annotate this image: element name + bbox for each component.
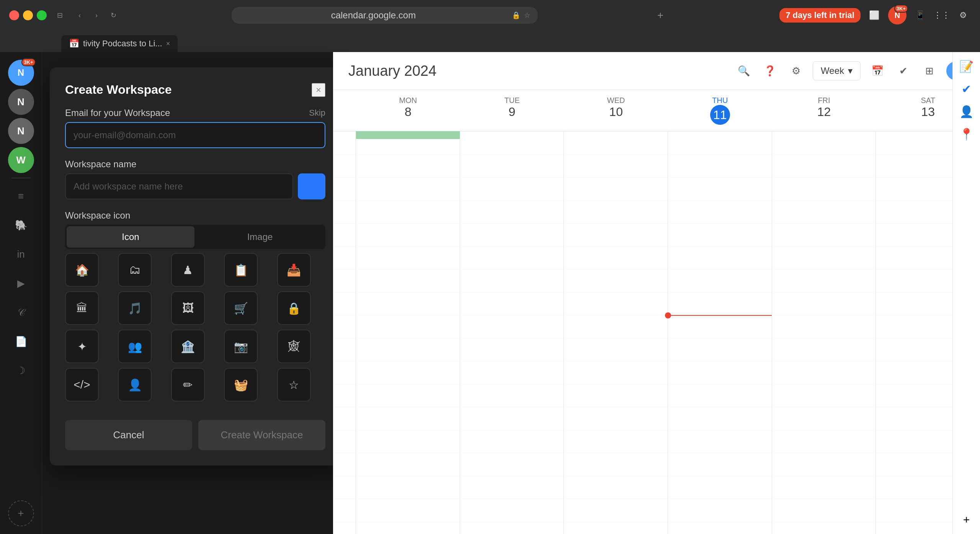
icon-music[interactable]: 🎵 bbox=[118, 291, 152, 325]
view-selector[interactable]: Week ▾ bbox=[813, 61, 861, 80]
icon-bank[interactable]: 🏦 bbox=[171, 330, 205, 363]
address-bar[interactable]: calendar.google.com 🔒 ☆ bbox=[232, 7, 538, 24]
day-num-9: 9 bbox=[463, 105, 561, 119]
sidebar-toggle-icon[interactable]: ⊟ bbox=[53, 8, 67, 22]
sidebar-app-w[interactable]: W bbox=[8, 147, 34, 173]
cal-col-tue bbox=[460, 131, 564, 534]
sidebar-menu-icon[interactable]: ≡ bbox=[8, 183, 34, 209]
chevron-down-icon: ▾ bbox=[848, 65, 853, 76]
tasks-icon[interactable]: ✔ bbox=[962, 82, 971, 96]
icon-people[interactable]: 👥 bbox=[118, 330, 152, 363]
day-num-12: 12 bbox=[775, 105, 873, 119]
icon-inbox[interactable]: 📥 bbox=[277, 253, 311, 287]
reload-button[interactable]: ↻ bbox=[106, 8, 120, 22]
day-name-fri: FRI bbox=[818, 96, 830, 105]
cast-icon[interactable]: 📱 bbox=[913, 8, 928, 23]
star-icon[interactable]: ☆ bbox=[524, 11, 530, 20]
create-workspace-button[interactable]: Create Workspace bbox=[198, 420, 325, 450]
modal-header: Create Workspace × bbox=[65, 83, 325, 97]
modal-footer: Cancel Create Workspace bbox=[65, 412, 325, 450]
icon-lock[interactable]: 🔒 bbox=[277, 291, 311, 325]
calendar-header: January 2024 🔍 ❓ ⚙ Week ▾ 📅 ✔ ⊞ N bbox=[333, 52, 980, 90]
calendar-view-icon[interactable]: 📅 bbox=[868, 62, 887, 80]
workspace-color-button[interactable] bbox=[298, 173, 325, 199]
icon-tab-icon[interactable]: Icon bbox=[67, 226, 194, 248]
day-header-thu: THU 11 bbox=[668, 90, 772, 131]
day-name-sat: SAT bbox=[921, 96, 935, 105]
maps-icon[interactable]: 📍 bbox=[959, 127, 973, 141]
sidebar-cursive-icon[interactable]: 𝒞 bbox=[8, 299, 34, 325]
extensions-icon[interactable]: ⬜ bbox=[867, 8, 882, 23]
search-button[interactable]: 🔍 bbox=[735, 62, 753, 80]
day-header-mon: MON 8 bbox=[356, 90, 460, 131]
settings-button[interactable]: ⚙ bbox=[787, 62, 805, 80]
icon-tab-image[interactable]: Image bbox=[196, 226, 324, 248]
icon-person[interactable]: 👤 bbox=[118, 368, 152, 402]
sidebar-badge: 3K+ bbox=[21, 58, 35, 66]
cancel-button[interactable]: Cancel bbox=[65, 420, 192, 450]
active-tab[interactable]: 📅 tivity Podcasts to Li... × bbox=[61, 35, 178, 52]
add-sidebar-icon[interactable]: + bbox=[963, 513, 970, 526]
maximize-button[interactable] bbox=[37, 10, 47, 20]
icon-folder[interactable]: 🗂 bbox=[118, 253, 152, 287]
sidebar-doc-icon[interactable]: 📄 bbox=[8, 328, 34, 354]
icon-basket[interactable]: 🧺 bbox=[224, 368, 258, 402]
icon-clipboard[interactable]: 📋 bbox=[224, 253, 258, 287]
browser-nav: ‹ › ↻ bbox=[73, 8, 120, 22]
event-bar[interactable] bbox=[356, 131, 460, 139]
skip-button[interactable]: Skip bbox=[309, 108, 325, 118]
icon-pen[interactable]: ✏ bbox=[171, 368, 205, 402]
icon-camera[interactable]: 📷 bbox=[224, 330, 258, 363]
icon-home[interactable]: 🏠 bbox=[65, 253, 99, 287]
close-button[interactable] bbox=[9, 10, 19, 20]
workspace-name-input[interactable] bbox=[65, 173, 293, 199]
sidebar-app-n2[interactable]: N bbox=[8, 89, 34, 115]
day-name-tue: TUE bbox=[504, 96, 519, 105]
traffic-lights bbox=[9, 10, 47, 20]
sidebar-evernote-icon[interactable]: 🐘 bbox=[8, 212, 34, 238]
day-num-8: 8 bbox=[359, 105, 457, 119]
modal-overlay: Create Workspace × Email for your Worksp… bbox=[42, 52, 980, 534]
icon-cart[interactable]: 🛒 bbox=[224, 291, 258, 325]
sidebar-add-button[interactable]: + bbox=[8, 500, 34, 526]
sidebar-youtube-icon[interactable]: ▶ bbox=[8, 270, 34, 296]
forward-button[interactable]: › bbox=[90, 8, 103, 22]
cal-col-thu bbox=[668, 131, 772, 534]
minimize-button[interactable] bbox=[23, 10, 33, 20]
sidebar-linkedin-icon[interactable]: in bbox=[8, 241, 34, 267]
contacts-icon[interactable]: 👤 bbox=[959, 105, 973, 118]
email-label: Email for your Workspace bbox=[65, 108, 170, 118]
day-num-10: 10 bbox=[567, 105, 665, 119]
modal-close-button[interactable]: × bbox=[312, 83, 325, 97]
sticky-note-icon[interactable]: 📝 bbox=[959, 60, 973, 73]
back-button[interactable]: ‹ bbox=[73, 8, 87, 22]
settings-icon[interactable]: ⚙ bbox=[956, 8, 971, 23]
email-label-row: Email for your Workspace Skip bbox=[65, 108, 325, 118]
time-indicator bbox=[668, 312, 772, 318]
icon-building[interactable]: 🏛 bbox=[65, 291, 99, 325]
sidebar-arc-icon[interactable]: ☽ bbox=[8, 358, 34, 384]
day-num-11: 11 bbox=[710, 105, 730, 125]
user-avatar[interactable]: N 3K+ bbox=[888, 6, 906, 24]
sidebar-app-n3[interactable]: N bbox=[8, 118, 34, 144]
tab-close-button[interactable]: × bbox=[166, 40, 170, 48]
address-text: calendar.google.com bbox=[239, 10, 507, 21]
help-button[interactable]: ❓ bbox=[761, 62, 779, 80]
icon-code[interactable]: </> bbox=[65, 368, 99, 402]
sidebar-app-n1[interactable]: N 3K+ bbox=[8, 60, 34, 86]
icon-chess[interactable]: ♟ bbox=[171, 253, 205, 287]
icon-web[interactable]: 🕸 bbox=[277, 330, 311, 363]
grid-view-icon[interactable]: ⊞ bbox=[920, 62, 939, 80]
icon-star-outline[interactable]: ☆ bbox=[277, 368, 311, 402]
new-tab-button[interactable]: + bbox=[653, 8, 668, 23]
icon-star-fancy[interactable]: ✦ bbox=[65, 330, 99, 363]
workspace-icon-section: Workspace icon Icon Image 🏠 🗂 ♟ 📋 📥 🏛 🎵 … bbox=[65, 210, 325, 402]
app-sidebar: N 3K+ N N W ≡ 🐘 in ▶ 𝒞 📄 ☽ + bbox=[0, 52, 42, 534]
google-apps-icon[interactable]: ⋮⋮ bbox=[934, 8, 949, 23]
icon-image[interactable]: 🖼 bbox=[171, 291, 205, 325]
calendar-background: January 2024 🔍 ❓ ⚙ Week ▾ 📅 ✔ ⊞ N bbox=[333, 52, 980, 534]
email-input[interactable] bbox=[65, 122, 325, 148]
day-header-wed: WED 10 bbox=[564, 90, 668, 131]
tasks-view-icon[interactable]: ✔ bbox=[894, 62, 913, 80]
time-column-header bbox=[333, 90, 356, 131]
